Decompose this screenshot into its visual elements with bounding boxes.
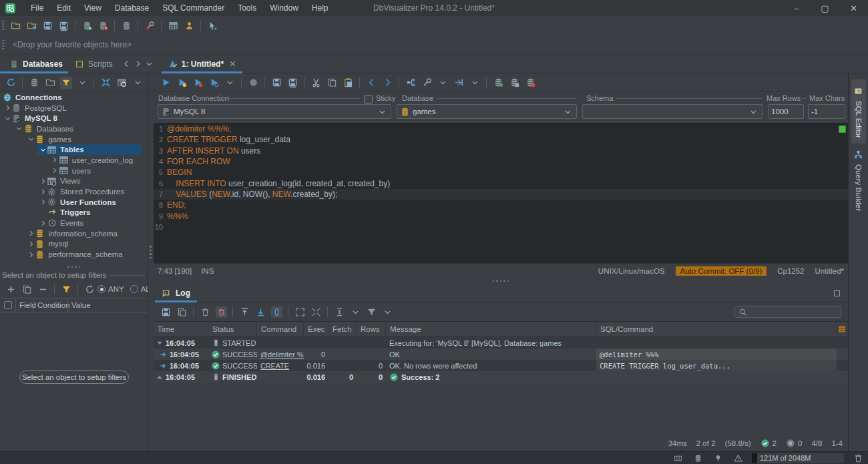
- chevron-right-icon[interactable]: [39, 188, 47, 196]
- tree-item-views[interactable]: Views: [0, 176, 148, 187]
- save-icon[interactable]: [160, 306, 172, 318]
- funnel-g-icon[interactable]: [365, 306, 377, 318]
- log-column-command[interactable]: Command: [257, 322, 304, 336]
- sql-line-3[interactable]: 3AFTER INSERT ON users: [154, 146, 848, 156]
- chevron-right-icon[interactable]: [27, 250, 35, 258]
- chev-down-icon[interactable]: [76, 77, 88, 89]
- chevron-right-icon[interactable]: [39, 198, 47, 206]
- log-column-sql-command[interactable]: SQL/Command: [596, 322, 837, 336]
- chev-down-icon[interactable]: [437, 77, 449, 89]
- chevron-down-icon[interactable]: [15, 125, 23, 133]
- chevron-right-icon[interactable]: [27, 240, 35, 248]
- tab-scripts[interactable]: Scripts: [68, 55, 118, 73]
- tree-item-games[interactable]: games: [0, 134, 148, 145]
- chev-down-icon[interactable]: [349, 306, 361, 318]
- maximize-button[interactable]: ▢: [811, 3, 839, 13]
- tree-item-tables[interactable]: Tables: [0, 144, 148, 155]
- tri-r-icon[interactable]: [160, 360, 168, 371]
- tab-prev-icon[interactable]: [121, 58, 132, 70]
- plus-icon[interactable]: [5, 283, 17, 295]
- favorites-grip[interactable]: [2, 39, 5, 50]
- save-icon[interactable]: [41, 19, 53, 31]
- collapse2-icon[interactable]: [310, 306, 322, 318]
- db-green-icon[interactable]: [492, 77, 504, 89]
- tree-item-performance-schema[interactable]: performance_schema: [0, 249, 148, 260]
- user-icon[interactable]: [183, 19, 195, 31]
- cursor-add-icon[interactable]: [206, 19, 218, 31]
- connect-icon[interactable]: [81, 19, 93, 31]
- tree-item-mysql-8[interactable]: MySQL 8: [0, 113, 148, 124]
- newline-format[interactable]: UNIX/Linux/macOS: [598, 267, 665, 275]
- to-top-icon[interactable]: [238, 306, 250, 318]
- db-red-icon[interactable]: [524, 77, 536, 89]
- menu-window[interactable]: Window: [263, 3, 305, 13]
- chevron-right-icon[interactable]: [39, 177, 47, 185]
- record-icon[interactable]: [247, 77, 259, 89]
- tri-d-icon[interactable]: [156, 337, 164, 349]
- log-column-rows[interactable]: Rows: [357, 322, 386, 336]
- tree-item-user-functions[interactable]: User Functions: [0, 197, 148, 208]
- wrench-b-icon[interactable]: [421, 77, 433, 89]
- capsule-icon[interactable]: [270, 306, 282, 318]
- tree-item-triggers[interactable]: Triggers: [0, 208, 148, 218]
- menu-tools[interactable]: Tools: [231, 3, 263, 13]
- filters-select-all-checkbox[interactable]: [4, 301, 12, 309]
- back-icon[interactable]: [365, 77, 377, 89]
- chevron-right-icon[interactable]: [27, 230, 35, 238]
- connection-dropdown[interactable]: MySQL 8: [158, 104, 391, 119]
- tab-sql-editor[interactable]: SQL Editor: [851, 79, 866, 144]
- command-link[interactable]: @delimiter %...: [260, 351, 304, 359]
- menu-sql-commander[interactable]: SQL Commander: [156, 3, 231, 13]
- log-row[interactable]: 16:04:05STARTEDExecuting for: 'MySQL 8' …: [154, 337, 848, 349]
- play-r-icon[interactable]: [192, 77, 204, 89]
- to-bottom-icon[interactable]: [254, 306, 266, 318]
- tostream-icon[interactable]: [453, 77, 465, 89]
- tri-r-icon[interactable]: [160, 349, 168, 360]
- tree-item-user-creation-log[interactable]: user_creation_log: [0, 155, 148, 166]
- save-all-icon[interactable]: [57, 19, 69, 31]
- sticky-checkbox[interactable]: [364, 95, 373, 103]
- sync-icon[interactable]: [5, 77, 17, 89]
- tree-item-stored-procedures[interactable]: Stored Procedures: [0, 186, 148, 197]
- tab-query-builder[interactable]: Query Builder: [851, 143, 866, 216]
- grid-status-icon[interactable]: [672, 452, 684, 464]
- sync2-icon[interactable]: [83, 283, 95, 295]
- sql-line-9[interactable]: 9%%%: [154, 210, 848, 221]
- collapse-icon[interactable]: [99, 77, 112, 89]
- log-column-time[interactable]: Time: [154, 322, 208, 336]
- play-y-icon[interactable]: [176, 77, 188, 89]
- node-icon[interactable]: [405, 77, 417, 89]
- sql-editor[interactable]: 1@delimiter %%%;2CREATE TRIGGER log_user…: [154, 123, 848, 263]
- copy-icon[interactable]: [21, 283, 33, 295]
- funnel-y-icon[interactable]: [60, 283, 72, 295]
- chev-down-icon[interactable]: [381, 306, 393, 318]
- chevron-down-icon[interactable]: [27, 136, 35, 144]
- memory-indicator[interactable]: 121M of 2048M: [752, 453, 844, 463]
- close-tab-icon[interactable]: [228, 58, 237, 70]
- panel-splitter[interactable]: [148, 73, 154, 451]
- menu-edit[interactable]: Edit: [50, 3, 77, 13]
- tree-item-information-schema[interactable]: information_schema: [0, 228, 148, 239]
- cut-icon[interactable]: [310, 77, 322, 89]
- log-row[interactable]: 16:04:05SUCCESS@delimiter %...0OK@delimi…: [154, 349, 848, 360]
- wrench-icon[interactable]: [144, 19, 156, 31]
- log-search-input[interactable]: [734, 306, 841, 318]
- filters-splitter[interactable]: [0, 264, 148, 270]
- tree-item-users[interactable]: users: [0, 166, 148, 176]
- tree-item-mysql[interactable]: mysql: [0, 239, 148, 250]
- disconnect-icon[interactable]: [97, 19, 109, 31]
- db-tool-icon[interactable]: [120, 19, 132, 31]
- database-dropdown[interactable]: games: [397, 104, 577, 119]
- minimize-button[interactable]: –: [782, 3, 811, 13]
- gc-trash-icon[interactable]: [852, 452, 864, 464]
- tab-editor-untitled[interactable]: 1: Untitled*: [162, 55, 242, 73]
- menu-help[interactable]: Help: [305, 3, 335, 13]
- column-picker-icon[interactable]: [837, 322, 848, 336]
- sql-line-5[interactable]: 5BEGIN: [154, 167, 848, 178]
- locate-icon[interactable]: [116, 77, 128, 89]
- trash-red-icon[interactable]: [215, 306, 227, 318]
- play-o-icon[interactable]: [208, 77, 220, 89]
- sql-line-7[interactable]: 7 VALUES (NEW.id, NOW(), NEW.created_by)…: [154, 189, 848, 200]
- tri-u-icon[interactable]: [156, 371, 164, 383]
- log-column-exec[interactable]: Exec: [304, 322, 329, 336]
